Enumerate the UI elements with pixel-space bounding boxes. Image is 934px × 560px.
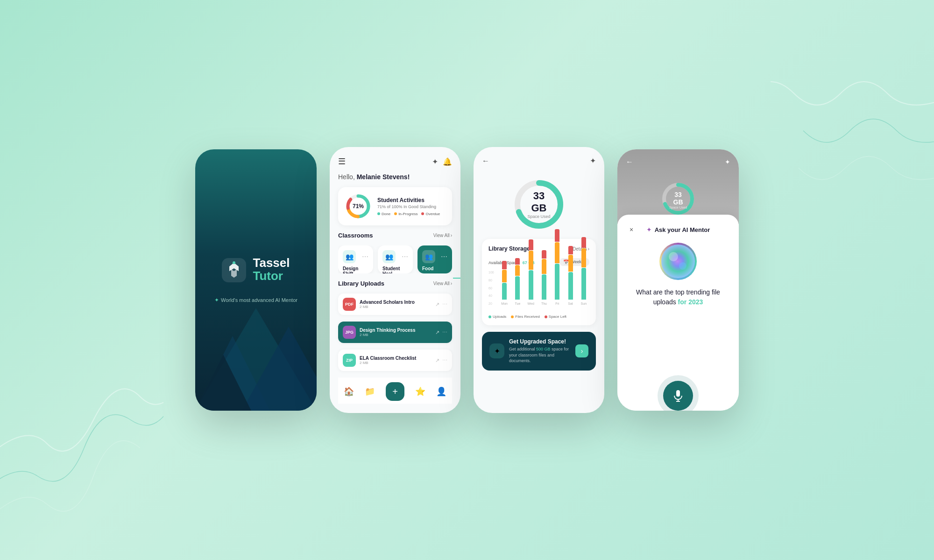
back-icon-ai[interactable]: ← xyxy=(626,158,633,166)
ai-sparkle-icon: ✦ xyxy=(646,226,652,233)
back-icon-storage[interactable]: ← xyxy=(482,157,489,165)
legend-overdue-label: Overdue xyxy=(425,212,440,216)
library-section-header: Library Uploads View All › xyxy=(338,280,452,287)
bar-tue-space xyxy=(515,258,520,265)
bar-sat-space xyxy=(568,246,573,254)
greeting-prefix: Hello, xyxy=(338,173,357,181)
storage-header: ← ✦ xyxy=(482,156,596,165)
bar-sat-received xyxy=(568,255,573,272)
ai-question-highlight: for 2023 xyxy=(678,298,703,306)
upload-design-size: 2 MB xyxy=(360,333,432,337)
bar-mon-received xyxy=(502,270,507,282)
label-sun: Sun xyxy=(581,302,587,305)
classroom-name-design: Design Shift xyxy=(343,266,368,273)
sparkle-header-icon[interactable]: ✦ xyxy=(432,157,438,166)
legend-received: Files Received xyxy=(511,315,539,319)
dot-received xyxy=(511,315,514,318)
nav-profile[interactable]: 👤 xyxy=(436,386,446,397)
chart-legend: Uploads Files Received Space Left xyxy=(488,315,589,319)
bar-mon-uploads xyxy=(502,283,507,300)
classroom-card-student-health[interactable]: 👥 ⋯ Student Heal... D E F +2 📅 12 Files xyxy=(378,245,413,273)
classroom-icon-health: 👥 xyxy=(382,250,396,263)
activities-legend: Done In-Progress Overdue xyxy=(377,212,446,216)
classrooms-view-all[interactable]: View All › xyxy=(433,233,452,238)
mic-icon xyxy=(672,389,685,402)
bar-chart: Mon Tue xyxy=(499,271,589,313)
upload-advanced-scholars[interactable]: PDF Advanced Scholars Intro 2 MB ↗ ⋯ xyxy=(338,294,452,315)
connector-arrow xyxy=(453,275,460,281)
ai-header: × ✦ Ask your AI Mentor xyxy=(626,224,730,235)
upload-ela-name: ELA Classroom Checklist xyxy=(360,356,432,361)
phone4-storage-donut: 33 GB Space Used xyxy=(659,180,697,219)
storage-donut: 33 GB Space Used xyxy=(511,176,567,232)
nav-files[interactable]: 📁 xyxy=(365,386,375,397)
legend-space-label: Space Left xyxy=(549,315,566,319)
share-icon[interactable]: ↗ xyxy=(435,301,439,308)
header-icons: ✦ 🔔 xyxy=(432,157,452,166)
upload-design-thinking[interactable]: JPG Design Thinking Process 2 MB ↗ ⋯ xyxy=(338,322,452,343)
bar-wed-uploads xyxy=(529,270,533,300)
sparkle-ai-icon[interactable]: ✦ xyxy=(725,158,730,166)
ai-title-row: ✦ Ask your AI Mentor xyxy=(646,226,710,233)
bottom-nav: 🏠 📁 + ⭐ 👤 xyxy=(338,378,452,404)
bar-thu-space xyxy=(542,250,546,259)
bar-wed-received xyxy=(529,251,533,270)
bar-thu: Thu xyxy=(538,250,550,305)
three-dots-design[interactable]: ⋯ xyxy=(362,253,368,260)
bar-fri-received xyxy=(555,242,559,263)
share-ela-icon[interactable]: ↗ xyxy=(435,357,439,364)
chevron-right-icon: › xyxy=(451,233,452,238)
classroom-card-food[interactable]: 👥 ⋯ Food G H 📅 16 Fi... xyxy=(417,245,452,273)
storage-center-text: 33 GB Space Used xyxy=(525,190,553,219)
mic-button[interactable] xyxy=(663,381,693,411)
phone-splash: Tassel Tutor ✦ World's most advanced AI … xyxy=(195,149,317,411)
scholars-actions: ↗ ⋯ xyxy=(435,301,447,308)
label-wed: Wed xyxy=(528,302,534,305)
upgrade-highlight: 500 GB xyxy=(536,347,551,351)
library-view-all[interactable]: View All › xyxy=(433,281,452,286)
legend-overdue: Overdue xyxy=(421,212,440,216)
bar-sat-uploads xyxy=(568,272,573,300)
classroom-card-design-shift[interactable]: 👥 ⋯ Design Shift A B C +2 📅 10 Resources xyxy=(338,245,373,273)
label-mon: Mon xyxy=(501,302,508,305)
svg-point-16 xyxy=(661,245,695,278)
hamburger-icon[interactable]: ☰ xyxy=(338,156,346,167)
more-icon[interactable]: ⋯ xyxy=(442,301,447,308)
ai-title: Ask your AI Mentor xyxy=(655,226,710,233)
upgrade-arrow-button[interactable]: › xyxy=(575,344,588,357)
bar-thu-uploads xyxy=(542,274,546,300)
classrooms-section-header: Classrooms View All › xyxy=(338,232,452,239)
upgrade-desc: Get additional 500 GB space for your cla… xyxy=(509,346,571,364)
storage-gb: 33 GB xyxy=(525,190,553,214)
close-button[interactable]: × xyxy=(626,224,637,235)
activities-card: 71% Student Activities 71% of 100% In Go… xyxy=(338,187,452,225)
storage-label: Space Used xyxy=(525,214,553,219)
upgrade-card[interactable]: ✦ Get Upgraded Space! Get additional 500… xyxy=(482,332,596,371)
phone4-top-header: ← ✦ xyxy=(617,149,739,166)
classrooms-row: 👥 ⋯ Design Shift A B C +2 📅 10 Resources xyxy=(338,245,452,273)
y-20: 20 xyxy=(488,302,494,305)
three-dots-food[interactable]: ⋯ xyxy=(441,253,447,260)
more-design-icon[interactable]: ⋯ xyxy=(442,329,447,336)
sparkle-storage-icon[interactable]: ✦ xyxy=(590,156,596,165)
three-dots-health[interactable]: ⋯ xyxy=(402,253,408,260)
bar-tue-uploads xyxy=(515,276,520,300)
legend-received-label: Files Received xyxy=(515,315,539,319)
design-actions: ↗ ⋯ xyxy=(435,329,447,336)
activities-subtitle: 71% of 100% In Good Standing xyxy=(377,204,446,209)
more-ela-icon[interactable]: ⋯ xyxy=(442,357,447,364)
bar-sun-uploads xyxy=(581,268,586,300)
upload-ela-checklist[interactable]: ZIP ELA Classroom Checklist 2 MB ↗ ⋯ xyxy=(338,350,452,371)
phone-storage: ← ✦ 33 GB Space Used xyxy=(474,147,604,413)
share-design-icon[interactable]: ↗ xyxy=(435,329,439,336)
phone4-storage-gb: 33 GB xyxy=(669,191,687,206)
nav-favorites[interactable]: ⭐ xyxy=(415,386,425,397)
upgrade-text: Get Upgraded Space! Get additional 500 G… xyxy=(509,338,571,364)
bell-icon[interactable]: 🔔 xyxy=(443,157,452,166)
bar-sat: Sat xyxy=(565,246,576,305)
bar-mon: Mon xyxy=(499,261,510,305)
nav-home[interactable]: 🏠 xyxy=(344,386,354,397)
nav-add-button[interactable]: + xyxy=(386,382,404,401)
classroom-name-food: Food xyxy=(422,266,447,271)
upload-scholars-size: 2 MB xyxy=(360,305,432,309)
